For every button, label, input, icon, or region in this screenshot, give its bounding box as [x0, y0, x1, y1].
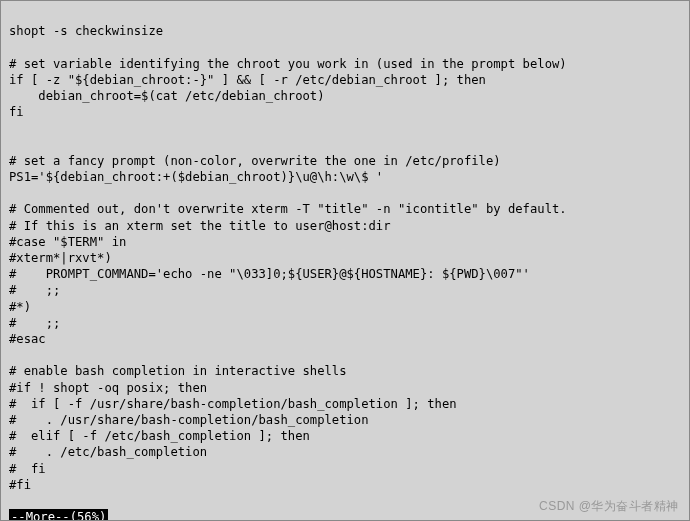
file-content: shopt -s checkwinsize # set variable ide… [9, 24, 567, 492]
terminal-output: shopt -s checkwinsize # set variable ide… [1, 1, 689, 521]
pager-status[interactable]: --More--(56%) [9, 509, 108, 521]
watermark: CSDN @华为奋斗者精神 [539, 498, 679, 514]
